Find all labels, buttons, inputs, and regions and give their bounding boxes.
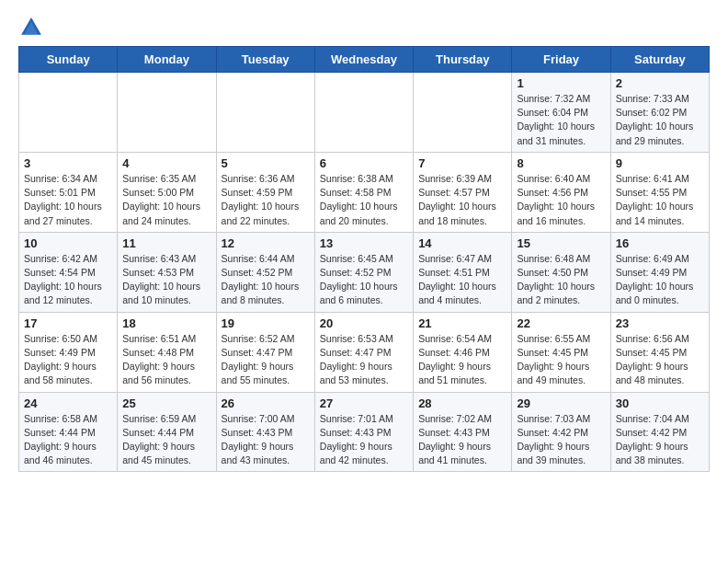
calendar-day-5: 5Sunrise: 6:36 AM Sunset: 4:59 PM Daylig… [216,152,314,232]
header-day-tuesday: Tuesday [216,47,314,73]
header-day-friday: Friday [512,47,610,73]
calendar-day-11: 11Sunrise: 6:43 AM Sunset: 4:53 PM Dayli… [118,232,216,312]
day-info: Sunrise: 6:55 AM Sunset: 4:45 PM Dayligh… [517,333,590,386]
header-day-thursday: Thursday [414,47,512,73]
calendar-day-3: 3Sunrise: 6:34 AM Sunset: 5:01 PM Daylig… [19,152,118,232]
logo [18,15,48,40]
day-number: 10 [24,236,112,250]
calendar-day-6: 6Sunrise: 6:38 AM Sunset: 4:58 PM Daylig… [314,152,413,232]
header-day-sunday: Sunday [19,47,118,73]
day-info: Sunrise: 6:56 AM Sunset: 4:45 PM Dayligh… [616,333,689,386]
header-row: SundayMondayTuesdayWednesdayThursdayFrid… [19,47,710,73]
calendar-day-24: 24Sunrise: 6:58 AM Sunset: 4:44 PM Dayli… [19,392,118,472]
day-number: 2 [616,76,704,90]
day-info: Sunrise: 6:49 AM Sunset: 4:49 PM Dayligh… [616,253,694,306]
day-number: 21 [418,316,506,330]
day-number: 14 [418,236,506,250]
calendar-week-3: 10Sunrise: 6:42 AM Sunset: 4:54 PM Dayli… [19,232,710,312]
day-number: 7 [418,156,506,170]
calendar-day-12: 12Sunrise: 6:44 AM Sunset: 4:52 PM Dayli… [216,232,314,312]
day-info: Sunrise: 6:58 AM Sunset: 4:44 PM Dayligh… [24,413,97,466]
day-number: 22 [517,316,605,330]
day-info: Sunrise: 6:44 AM Sunset: 4:52 PM Dayligh… [222,253,300,306]
calendar-day-10: 10Sunrise: 6:42 AM Sunset: 4:54 PM Dayli… [19,232,118,312]
day-number: 12 [222,236,310,250]
calendar-empty [314,73,413,153]
header-day-saturday: Saturday [610,47,709,73]
day-info: Sunrise: 6:36 AM Sunset: 4:59 PM Dayligh… [222,173,300,226]
day-number: 30 [616,396,704,410]
day-info: Sunrise: 7:32 AM Sunset: 6:04 PM Dayligh… [517,93,595,146]
day-info: Sunrise: 7:33 AM Sunset: 6:02 PM Dayligh… [616,93,694,146]
calendar-day-22: 22Sunrise: 6:55 AM Sunset: 4:45 PM Dayli… [512,312,610,392]
calendar-day-26: 26Sunrise: 7:00 AM Sunset: 4:43 PM Dayli… [216,392,314,472]
day-number: 19 [222,316,310,330]
calendar-day-15: 15Sunrise: 6:48 AM Sunset: 4:50 PM Dayli… [512,232,610,312]
calendar-day-8: 8Sunrise: 6:40 AM Sunset: 4:56 PM Daylig… [512,152,610,232]
calendar-day-17: 17Sunrise: 6:50 AM Sunset: 4:49 PM Dayli… [19,312,118,392]
day-info: Sunrise: 6:40 AM Sunset: 4:56 PM Dayligh… [517,173,595,226]
calendar-header: SundayMondayTuesdayWednesdayThursdayFrid… [19,47,710,73]
calendar-day-18: 18Sunrise: 6:51 AM Sunset: 4:48 PM Dayli… [118,312,216,392]
day-info: Sunrise: 6:38 AM Sunset: 4:58 PM Dayligh… [320,173,398,226]
calendar-empty [216,73,314,153]
calendar-day-13: 13Sunrise: 6:45 AM Sunset: 4:52 PM Dayli… [314,232,413,312]
day-info: Sunrise: 7:04 AM Sunset: 4:42 PM Dayligh… [616,413,689,466]
calendar-day-19: 19Sunrise: 6:52 AM Sunset: 4:47 PM Dayli… [216,312,314,392]
day-number: 5 [222,156,310,170]
calendar-day-23: 23Sunrise: 6:56 AM Sunset: 4:45 PM Dayli… [610,312,709,392]
calendar-week-5: 24Sunrise: 6:58 AM Sunset: 4:44 PM Dayli… [19,392,710,472]
logo-icon [18,15,44,40]
calendar-table: SundayMondayTuesdayWednesdayThursdayFrid… [18,46,710,472]
day-info: Sunrise: 7:03 AM Sunset: 4:42 PM Dayligh… [517,413,590,466]
day-number: 9 [616,156,704,170]
day-info: Sunrise: 6:39 AM Sunset: 4:57 PM Dayligh… [418,173,496,226]
calendar-day-20: 20Sunrise: 6:53 AM Sunset: 4:47 PM Dayli… [314,312,413,392]
day-number: 15 [517,236,605,250]
day-info: Sunrise: 6:45 AM Sunset: 4:52 PM Dayligh… [320,253,398,306]
calendar-day-28: 28Sunrise: 7:02 AM Sunset: 4:43 PM Dayli… [414,392,512,472]
calendar-day-7: 7Sunrise: 6:39 AM Sunset: 4:57 PM Daylig… [414,152,512,232]
day-number: 28 [418,396,506,410]
day-number: 3 [24,156,112,170]
day-info: Sunrise: 6:34 AM Sunset: 5:01 PM Dayligh… [24,173,102,226]
calendar-day-27: 27Sunrise: 7:01 AM Sunset: 4:43 PM Dayli… [314,392,413,472]
day-number: 13 [320,236,408,250]
day-number: 11 [122,236,210,250]
calendar-empty [414,73,512,153]
calendar-day-21: 21Sunrise: 6:54 AM Sunset: 4:46 PM Dayli… [414,312,512,392]
day-info: Sunrise: 7:00 AM Sunset: 4:43 PM Dayligh… [222,413,295,466]
day-info: Sunrise: 6:51 AM Sunset: 4:48 PM Dayligh… [122,333,196,386]
day-number: 25 [122,396,210,410]
day-number: 20 [320,316,408,330]
day-number: 26 [222,396,310,410]
day-number: 17 [24,316,112,330]
day-number: 18 [122,316,210,330]
calendar-day-29: 29Sunrise: 7:03 AM Sunset: 4:42 PM Dayli… [512,392,610,472]
day-info: Sunrise: 6:50 AM Sunset: 4:49 PM Dayligh… [24,333,97,386]
header-day-monday: Monday [118,47,216,73]
day-number: 16 [616,236,704,250]
day-info: Sunrise: 6:41 AM Sunset: 4:55 PM Dayligh… [616,173,694,226]
day-info: Sunrise: 6:48 AM Sunset: 4:50 PM Dayligh… [517,253,595,306]
day-number: 23 [616,316,704,330]
day-number: 6 [320,156,408,170]
calendar-day-2: 2Sunrise: 7:33 AM Sunset: 6:02 PM Daylig… [610,73,709,153]
calendar-empty [118,73,216,153]
day-info: Sunrise: 7:01 AM Sunset: 4:43 PM Dayligh… [320,413,393,466]
calendar-day-16: 16Sunrise: 6:49 AM Sunset: 4:49 PM Dayli… [610,232,709,312]
calendar-day-14: 14Sunrise: 6:47 AM Sunset: 4:51 PM Dayli… [414,232,512,312]
calendar-day-30: 30Sunrise: 7:04 AM Sunset: 4:42 PM Dayli… [610,392,709,472]
day-info: Sunrise: 6:54 AM Sunset: 4:46 PM Dayligh… [418,333,492,386]
calendar-week-1: 1Sunrise: 7:32 AM Sunset: 6:04 PM Daylig… [19,73,710,153]
day-number: 4 [122,156,210,170]
day-info: Sunrise: 6:52 AM Sunset: 4:47 PM Dayligh… [222,333,295,386]
calendar-day-1: 1Sunrise: 7:32 AM Sunset: 6:04 PM Daylig… [512,73,610,153]
calendar-day-25: 25Sunrise: 6:59 AM Sunset: 4:44 PM Dayli… [118,392,216,472]
day-number: 24 [24,396,112,410]
calendar-week-4: 17Sunrise: 6:50 AM Sunset: 4:49 PM Dayli… [19,312,710,392]
calendar-week-2: 3Sunrise: 6:34 AM Sunset: 5:01 PM Daylig… [19,152,710,232]
day-info: Sunrise: 6:42 AM Sunset: 4:54 PM Dayligh… [24,253,102,306]
day-info: Sunrise: 6:53 AM Sunset: 4:47 PM Dayligh… [320,333,393,386]
day-number: 8 [517,156,605,170]
